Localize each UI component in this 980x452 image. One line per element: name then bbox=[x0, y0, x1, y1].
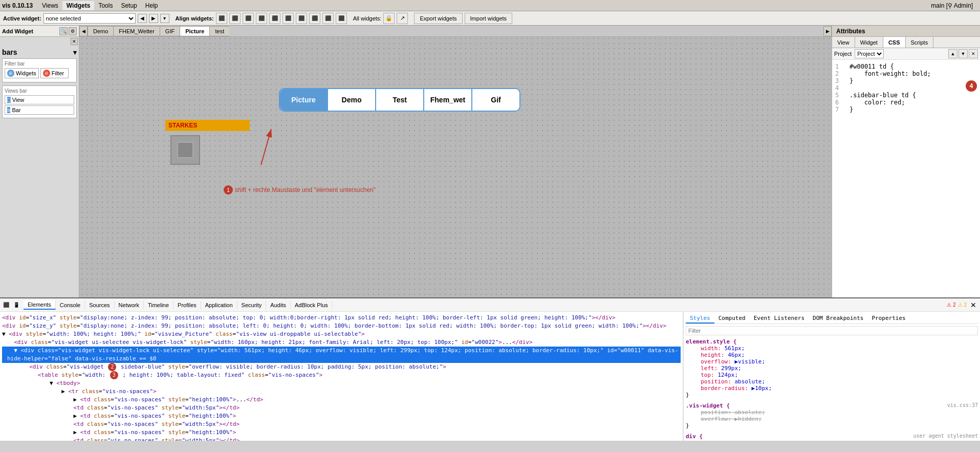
styles-tab-properties[interactable]: Properties bbox=[867, 314, 909, 324]
left-sidebar: Add Widget 🔍 ⚙ ✕ bars ▾ Filter bar ⊞ Wid… bbox=[0, 26, 79, 297]
devtools-close-btn[interactable]: ✕ bbox=[969, 300, 978, 310]
html-line-w00011[interactable]: ▼ <div class="vis-widget vis-widget-lock… bbox=[2, 347, 681, 363]
div-style-block: div { user agent stylesheet display: blo… bbox=[686, 433, 978, 441]
attr-tab-view[interactable]: View bbox=[832, 37, 855, 48]
attr-tab-widget[interactable]: Widget bbox=[855, 37, 883, 48]
widgets-btn[interactable]: ⊞ Widgets bbox=[5, 68, 39, 78]
align-right-btn[interactable]: ⬛ bbox=[243, 13, 254, 24]
widget-options-btn[interactable]: ▾ bbox=[160, 14, 169, 23]
css-line-2: 2 font-weight: bold; bbox=[835, 70, 977, 77]
devtools-inspect-btn[interactable]: ⬛ bbox=[2, 301, 10, 309]
bar-btn[interactable]: ≡ Bar bbox=[5, 105, 74, 115]
css-delete-btn[interactable]: ✕ bbox=[969, 49, 978, 58]
menu-setup[interactable]: Setup bbox=[117, 1, 141, 10]
picture-tabs-widget[interactable]: Picture Demo Test Fhem_wet Gif bbox=[279, 88, 520, 112]
align-dist-h-btn[interactable]: ⬛ bbox=[296, 13, 307, 24]
sidebar-settings-btn[interactable]: ⚙ bbox=[69, 27, 77, 35]
html-panel[interactable]: <div id="size_x" style="display:none; z-… bbox=[0, 312, 683, 441]
project-label: Project bbox=[834, 51, 852, 57]
html-line-td5[interactable]: ▶ <td class="vis-no-spaces" style="heigh… bbox=[2, 428, 681, 437]
align-same-w-btn[interactable]: ⬛ bbox=[322, 13, 334, 24]
align-left-btn[interactable]: ⬛ bbox=[216, 13, 227, 24]
html-line-sizex[interactable]: <div id="size_x" style="display:none; z-… bbox=[2, 314, 681, 322]
html-line-tr[interactable]: ▶ <tr class="vis-no-spaces"> bbox=[2, 388, 681, 396]
tab-prev-btn[interactable]: ◀ bbox=[79, 26, 88, 36]
html-line-visview[interactable]: ▼ <div style="width: 100%; height: 100%;… bbox=[2, 330, 681, 338]
devtools-tab-audits[interactable]: Audits bbox=[266, 301, 291, 309]
styles-filter-input[interactable] bbox=[686, 326, 978, 335]
tab-picture[interactable]: Picture bbox=[180, 26, 209, 36]
tab-fhem-wetter[interactable]: FHEM_Wetter bbox=[113, 26, 159, 36]
devtools-tab-sources[interactable]: Sources bbox=[85, 301, 114, 309]
html-line-w00022[interactable]: <div class="vis-widget ui-selectee vis-w… bbox=[2, 338, 681, 347]
active-widget-select[interactable]: none selected bbox=[43, 13, 136, 24]
pic-tab-picture[interactable]: Picture bbox=[280, 89, 328, 111]
html-line-td6[interactable]: <td class="vis-no-spaces" style="width:5… bbox=[2, 437, 681, 441]
align-dist-v-btn[interactable]: ⬛ bbox=[309, 13, 320, 24]
css-down-btn[interactable]: ▼ bbox=[959, 49, 968, 58]
right-panel: Attributes View Widget CSS Scripts Proje… bbox=[832, 26, 980, 297]
close-sidebar-btn[interactable]: ✕ bbox=[71, 38, 78, 45]
devtools-tab-application[interactable]: Application bbox=[201, 301, 237, 309]
styles-tab-event-listeners[interactable]: Event Listeners bbox=[750, 314, 809, 324]
export-widgets-btn[interactable]: Export widgets bbox=[414, 13, 462, 24]
devtools-tab-timeline[interactable]: Timeline bbox=[144, 301, 173, 309]
menu-views[interactable]: Views bbox=[38, 1, 62, 10]
lock-btn[interactable]: 🔒 bbox=[383, 13, 395, 24]
project-select[interactable]: Project bbox=[855, 49, 884, 58]
devtools-tab-adblock[interactable]: AdBlock Plus bbox=[291, 301, 333, 309]
bars-title: bars ▾ bbox=[2, 48, 77, 56]
align-top-btn[interactable]: ⬛ bbox=[229, 13, 241, 24]
view-btn[interactable]: □ View bbox=[5, 95, 74, 104]
css-up-btn[interactable]: ▲ bbox=[948, 49, 957, 58]
tab-test[interactable]: test bbox=[209, 26, 229, 36]
attr-tab-scripts[interactable]: Scripts bbox=[906, 37, 934, 48]
html-line-td3[interactable]: ▶ <td class="vis-no-spaces" style="heigh… bbox=[2, 412, 681, 420]
widgets-icon: ⊞ bbox=[7, 70, 14, 77]
pic-tab-fhem-wet[interactable]: Fhem_wet bbox=[424, 89, 472, 111]
canvas-area[interactable]: ◀ Demo FHEM_Wetter GIF Picture test ▶ ST… bbox=[79, 26, 832, 297]
sidebar-search-btn[interactable]: 🔍 bbox=[59, 27, 68, 35]
menu-help[interactable]: Help bbox=[141, 1, 162, 10]
html-line-tbody[interactable]: ▼ <tbody> bbox=[2, 379, 681, 388]
styles-tab-computed[interactable]: Computed bbox=[714, 314, 750, 324]
devtools-tab-security[interactable]: Security bbox=[237, 301, 267, 309]
styles-tab-dom-breakpoints[interactable]: DOM Breakpoints bbox=[809, 314, 867, 324]
html-line-table[interactable]: <table style="width: 3 ; height: 100%; t… bbox=[2, 371, 681, 379]
align-same-h-btn[interactable]: ⬛ bbox=[336, 13, 347, 24]
align-center-h-btn[interactable]: ⬛ bbox=[269, 13, 280, 24]
widget-next-btn[interactable]: ▶ bbox=[149, 14, 158, 23]
align-center-v-btn[interactable]: ⬛ bbox=[282, 13, 294, 24]
styles-panel[interactable]: Styles Computed Event Listeners DOM Brea… bbox=[683, 312, 980, 441]
devtools-device-btn[interactable]: 📱 bbox=[12, 301, 20, 309]
widget-prev-btn[interactable]: ◀ bbox=[138, 14, 147, 23]
div-source: user agent stylesheet bbox=[913, 433, 978, 439]
devtools-tab-console[interactable]: Console bbox=[56, 301, 85, 309]
import-widgets-btn[interactable]: Import widgets bbox=[465, 13, 513, 24]
unlock-btn[interactable]: ↗ bbox=[397, 13, 408, 24]
devtools-tab-profiles[interactable]: Profiles bbox=[173, 301, 201, 309]
devtools-tab-network[interactable]: Network bbox=[115, 301, 144, 309]
menu-widgets[interactable]: Widgets bbox=[62, 1, 95, 10]
menu-tools[interactable]: Tools bbox=[94, 1, 117, 10]
starkes-widget[interactable]: STARKES bbox=[165, 120, 250, 131]
image-widget[interactable] bbox=[170, 135, 200, 165]
devtools-tab-elements[interactable]: Elements bbox=[24, 300, 56, 310]
tab-gif[interactable]: GIF bbox=[160, 26, 180, 36]
tabs-expand-btn[interactable]: ▶ bbox=[823, 26, 832, 36]
html-line-td1[interactable]: ▶ <td class="vis-no-spaces" style="heigh… bbox=[2, 396, 681, 404]
bars-dropdown-icon[interactable]: ▾ bbox=[73, 49, 77, 56]
align-bottom-btn[interactable]: ⬛ bbox=[256, 13, 267, 24]
attr-tab-css[interactable]: CSS bbox=[883, 37, 906, 48]
html-line-sizey[interactable]: <div id="size_y" style="display:none; z-… bbox=[2, 322, 681, 330]
html-line-sidebar-blue[interactable]: <div class="vis-widget 2 sidebar-blue" s… bbox=[2, 363, 681, 371]
html-line-td4[interactable]: <td class="vis-no-spaces" style="width:5… bbox=[2, 420, 681, 428]
styles-tab-styles[interactable]: Styles bbox=[686, 314, 714, 324]
pic-tab-demo[interactable]: Demo bbox=[328, 89, 376, 111]
pic-tab-test[interactable]: Test bbox=[376, 89, 424, 111]
filter-btn[interactable]: ⊘ Filter bbox=[40, 68, 69, 78]
tab-demo[interactable]: Demo bbox=[88, 26, 113, 36]
pic-tab-gif[interactable]: Gif bbox=[472, 89, 519, 111]
html-line-td2[interactable]: <td class="vis-no-spaces" style="width:5… bbox=[2, 404, 681, 412]
css-editor[interactable]: 1 #w00011 td { 2 font-weight: bold; 3 } … bbox=[832, 60, 980, 297]
